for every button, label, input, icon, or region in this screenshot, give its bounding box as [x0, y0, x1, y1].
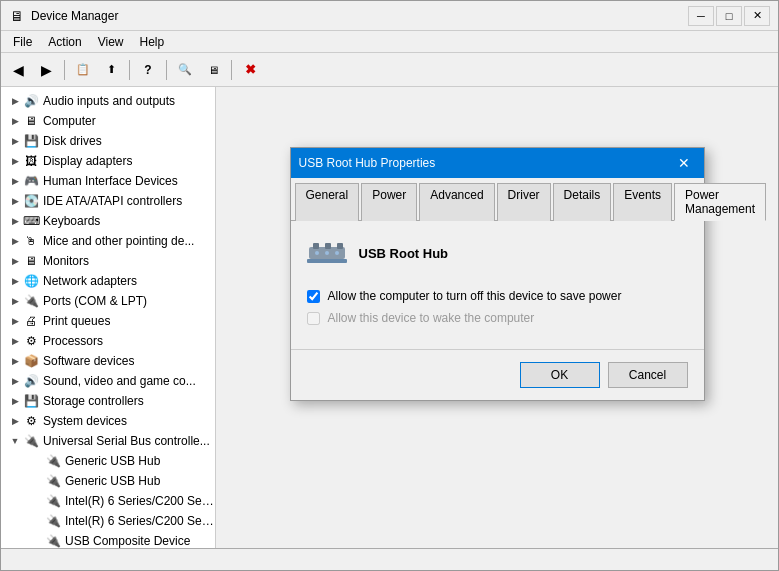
intel2-icon: 🔌 [45, 513, 61, 529]
storage-label: Storage controllers [43, 394, 144, 408]
sound-label: Sound, video and game co... [43, 374, 196, 388]
expand-ports: ▶ [9, 295, 21, 307]
tab-details[interactable]: Details [553, 183, 612, 221]
tree-usb[interactable]: ▼ 🔌 Universal Serial Bus controlle... [1, 431, 215, 451]
expand-network: ▶ [9, 275, 21, 287]
computer-label: Computer [43, 114, 96, 128]
minimize-button[interactable]: ─ [688, 6, 714, 26]
toolbar-scan[interactable]: 🔍 [172, 57, 198, 83]
tab-driver[interactable]: Driver [497, 183, 551, 221]
right-panel: USB Root Hub Properties ✕ General Power … [216, 87, 778, 548]
toolbar: ◀ ▶ 📋 ⬆ ? 🔍 🖥 ✖ [1, 53, 778, 87]
system-label: System devices [43, 414, 127, 428]
storage-icon: 💾 [23, 393, 39, 409]
tree-network[interactable]: ▶ 🌐 Network adapters [1, 271, 215, 291]
tree-software[interactable]: ▶ 📦 Software devices [1, 351, 215, 371]
checkbox-allow-off-label[interactable]: Allow the computer to turn off this devi… [328, 289, 622, 303]
tree-display[interactable]: ▶ 🖼 Display adapters [1, 151, 215, 171]
mice-icon: 🖱 [23, 233, 39, 249]
tab-power-management[interactable]: Power Management [674, 183, 766, 221]
software-label: Software devices [43, 354, 134, 368]
ok-button[interactable]: OK [520, 362, 600, 388]
audio-icon: 🔊 [23, 93, 39, 109]
tree-disk[interactable]: ▶ 💾 Disk drives [1, 131, 215, 151]
tab-advanced[interactable]: Advanced [419, 183, 494, 221]
tab-power[interactable]: Power [361, 183, 417, 221]
toolbar-update[interactable]: ⬆ [98, 57, 124, 83]
usb-hub-svg [307, 239, 347, 267]
toolbar-properties[interactable]: 📋 [70, 57, 96, 83]
keyboards-icon: ⌨ [23, 213, 39, 229]
tab-events[interactable]: Events [613, 183, 672, 221]
tree-intel1[interactable]: ▶ 🔌 Intel(R) 6 Series/C200 Ser... [1, 491, 215, 511]
monitors-label: Monitors [43, 254, 89, 268]
tree-mice[interactable]: ▶ 🖱 Mice and other pointing de... [1, 231, 215, 251]
svg-rect-2 [325, 243, 331, 249]
expand-software: ▶ [9, 355, 21, 367]
checkbox-allow-off[interactable] [307, 290, 320, 303]
tree-generic-hub1[interactable]: ▶ 🔌 Generic USB Hub [1, 451, 215, 471]
gh2-label: Generic USB Hub [65, 474, 160, 488]
expand-disk: ▶ [9, 135, 21, 147]
dialog: USB Root Hub Properties ✕ General Power … [290, 147, 705, 401]
svg-point-5 [315, 251, 319, 255]
close-button[interactable]: ✕ [744, 6, 770, 26]
toolbar-sep2 [129, 60, 130, 80]
mice-label: Mice and other pointing de... [43, 234, 194, 248]
tree-composite[interactable]: ▶ 🔌 USB Composite Device [1, 531, 215, 548]
cancel-button[interactable]: Cancel [608, 362, 688, 388]
toolbar-delete[interactable]: ✖ [237, 57, 263, 83]
disk-icon: 💾 [23, 133, 39, 149]
expand-keyboards: ▶ [9, 215, 21, 227]
device-name: USB Root Hub [359, 246, 449, 261]
toolbar-back[interactable]: ◀ [5, 57, 31, 83]
expand-usb: ▼ [9, 435, 21, 447]
expand-hid: ▶ [9, 175, 21, 187]
tree-sound[interactable]: ▶ 🔊 Sound, video and game co... [1, 371, 215, 391]
expand-sound: ▶ [9, 375, 21, 387]
hid-label: Human Interface Devices [43, 174, 178, 188]
menu-action[interactable]: Action [40, 33, 89, 51]
dialog-overlay: USB Root Hub Properties ✕ General Power … [216, 87, 778, 548]
tab-general[interactable]: General [295, 183, 360, 221]
tree-monitors[interactable]: ▶ 🖥 Monitors [1, 251, 215, 271]
menu-bar: File Action View Help [1, 31, 778, 53]
maximize-button[interactable]: □ [716, 6, 742, 26]
tree-keyboards[interactable]: ▶ ⌨ Keyboards [1, 211, 215, 231]
tree-panel: ▶ 🔊 Audio inputs and outputs ▶ 🖥 Compute… [1, 87, 216, 548]
toolbar-help[interactable]: ? [135, 57, 161, 83]
menu-view[interactable]: View [90, 33, 132, 51]
disk-label: Disk drives [43, 134, 102, 148]
svg-rect-3 [337, 243, 343, 249]
checkbox-row-1: Allow the computer to turn off this devi… [307, 289, 688, 303]
tree-processors[interactable]: ▶ ⚙ Processors [1, 331, 215, 351]
hid-icon: 🎮 [23, 173, 39, 189]
tree-computer[interactable]: ▶ 🖥 Computer [1, 111, 215, 131]
gh1-label: Generic USB Hub [65, 454, 160, 468]
tree-ports[interactable]: ▶ 🔌 Ports (COM & LPT) [1, 291, 215, 311]
tree-storage[interactable]: ▶ 💾 Storage controllers [1, 391, 215, 411]
ide-icon: 💽 [23, 193, 39, 209]
dialog-close-button[interactable]: ✕ [672, 152, 696, 174]
composite-icon: 🔌 [45, 533, 61, 548]
menu-file[interactable]: File [5, 33, 40, 51]
monitors-icon: 🖥 [23, 253, 39, 269]
tree-system[interactable]: ▶ ⚙ System devices [1, 411, 215, 431]
device-icon [307, 237, 347, 269]
window-title: Device Manager [31, 9, 688, 23]
menu-help[interactable]: Help [132, 33, 173, 51]
tree-print[interactable]: ▶ 🖨 Print queues [1, 311, 215, 331]
system-icon: ⚙ [23, 413, 39, 429]
tree-intel2[interactable]: ▶ 🔌 Intel(R) 6 Series/C200 Ser... [1, 511, 215, 531]
tree-generic-hub2[interactable]: ▶ 🔌 Generic USB Hub [1, 471, 215, 491]
svg-point-7 [335, 251, 339, 255]
network-icon: 🌐 [23, 273, 39, 289]
tree-ide[interactable]: ▶ 💽 IDE ATA/ATAPI controllers [1, 191, 215, 211]
tree-hid[interactable]: ▶ 🎮 Human Interface Devices [1, 171, 215, 191]
keyboards-label: Keyboards [43, 214, 100, 228]
toolbar-forward[interactable]: ▶ [33, 57, 59, 83]
sound-icon: 🔊 [23, 373, 39, 389]
toolbar-pc[interactable]: 🖥 [200, 57, 226, 83]
tree-audio[interactable]: ▶ 🔊 Audio inputs and outputs [1, 91, 215, 111]
device-header: USB Root Hub [307, 237, 688, 269]
